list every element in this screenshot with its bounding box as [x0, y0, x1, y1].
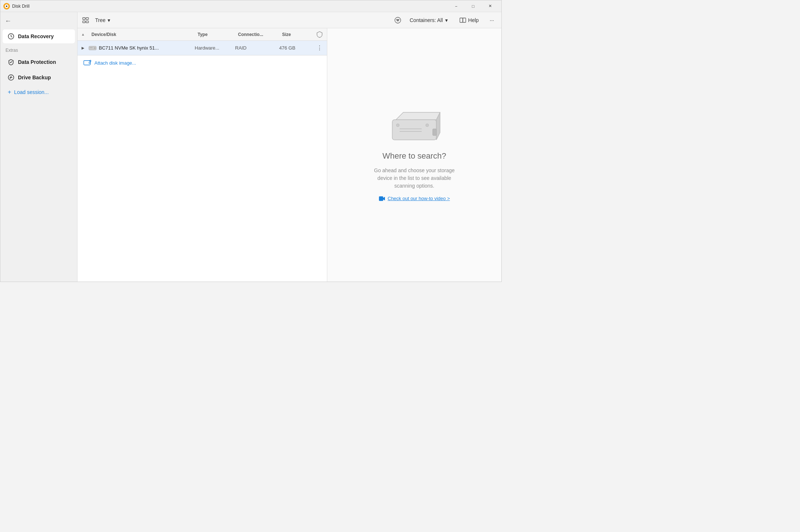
- help-label: Help: [468, 17, 479, 23]
- col-size-label: Size: [282, 32, 291, 37]
- title-bar: Disk Drill − □ ✕: [0, 0, 501, 12]
- info-title: Where to search?: [382, 151, 446, 161]
- minimize-button[interactable]: −: [448, 0, 465, 12]
- sidebar-item-label-data-recovery: Data Recovery: [18, 33, 54, 39]
- tree-label: Tree: [95, 17, 105, 23]
- help-icon: [460, 18, 466, 23]
- device-name: BC711 NVMe SK hynix 51...: [99, 45, 193, 51]
- containers-arrow-icon: ▾: [445, 17, 448, 23]
- svg-rect-20: [392, 120, 436, 140]
- row-size: 476 GB: [279, 45, 312, 51]
- row-type: Hardware...: [195, 45, 235, 51]
- how-to-video-label: Check out our how-to video >: [388, 196, 450, 201]
- col-header-protect: [312, 31, 327, 38]
- toolbar: Tree ▾ Containers: All ▾: [78, 12, 501, 28]
- col-header-connection[interactable]: Connectio...: [235, 32, 279, 37]
- col-type-label: Type: [198, 32, 208, 37]
- containers-dropdown-button[interactable]: Containers: All ▾: [406, 16, 451, 25]
- row-expand-button[interactable]: ▶: [78, 46, 89, 50]
- back-button[interactable]: ←: [0, 15, 77, 27]
- sidebar-item-drive-backup[interactable]: Drive Backup: [3, 70, 75, 84]
- col-device-label: Device/Disk: [91, 32, 116, 37]
- row-menu-button[interactable]: ⋮: [315, 44, 324, 52]
- data-recovery-icon: [8, 33, 14, 40]
- expand-col-header: ▲: [78, 32, 89, 36]
- tree-dropdown-button[interactable]: Tree ▾: [91, 16, 114, 25]
- row-actions: ⋮: [312, 44, 327, 52]
- sort-up-icon: ▲: [81, 32, 85, 36]
- svg-point-14: [94, 47, 96, 49]
- sidebar-item-label-data-protection: Data Protection: [18, 59, 56, 65]
- col-header-type[interactable]: Type: [195, 32, 235, 37]
- table-body: ▶ BC711 NVMe SK hynix 51: [78, 41, 327, 282]
- svg-rect-26: [379, 196, 383, 201]
- svg-rect-21: [433, 129, 436, 135]
- drive-backup-icon: [8, 74, 14, 81]
- info-panel: Where to search? Go ahead and choose you…: [327, 28, 501, 282]
- filter-icon: [394, 17, 401, 24]
- table-row[interactable]: ▶ BC711 NVMe SK hynix 51: [78, 41, 327, 55]
- table-header: ▲ Device/Disk Type Connectio... Size: [78, 28, 327, 41]
- content-area: ▲ Device/Disk Type Connectio... Size: [78, 28, 501, 282]
- back-arrow-icon: ←: [5, 17, 11, 25]
- extras-label: Extras: [0, 44, 77, 54]
- app-title: Disk Drill: [12, 4, 29, 9]
- app-body: ← Data Recovery Extras Data Protection: [0, 12, 501, 282]
- maximize-button[interactable]: □: [465, 0, 482, 12]
- col-connection-label: Connectio...: [238, 32, 263, 37]
- toolbar-right: Containers: All ▾ Help ···: [394, 16, 497, 25]
- expand-arrow-icon: ▶: [82, 46, 84, 50]
- row-connection: RAID: [235, 45, 279, 51]
- hdd-illustration: [385, 109, 444, 145]
- device-icon: [89, 45, 97, 51]
- svg-rect-6: [86, 18, 89, 19]
- title-bar-controls: − □ ✕: [448, 0, 498, 12]
- load-session-label: Load session...: [14, 89, 48, 95]
- svg-rect-5: [83, 18, 85, 19]
- svg-point-2: [6, 6, 7, 7]
- table-area: ▲ Device/Disk Type Connectio... Size: [78, 28, 327, 282]
- svg-rect-10: [460, 18, 463, 22]
- svg-rect-7: [83, 21, 85, 23]
- attach-label: Attach disk image...: [94, 60, 136, 66]
- load-session-button[interactable]: + Load session...: [3, 86, 75, 98]
- video-icon: [379, 196, 385, 201]
- shield-icon: [8, 59, 14, 65]
- sidebar-item-data-protection[interactable]: Data Protection: [3, 55, 75, 69]
- svg-rect-8: [86, 21, 89, 23]
- sidebar: ← Data Recovery Extras Data Protection: [0, 12, 78, 282]
- attach-disk-image-button[interactable]: Attach disk image...: [78, 55, 327, 70]
- tree-dropdown-arrow-icon: ▾: [108, 17, 110, 23]
- info-description: Go ahead and choose your storage device …: [370, 167, 458, 190]
- sidebar-item-data-recovery[interactable]: Data Recovery: [3, 29, 75, 43]
- toolbar-left: Tree ▾: [82, 16, 114, 25]
- svg-rect-16: [84, 61, 90, 65]
- app-icon: [3, 3, 10, 10]
- svg-rect-15: [90, 47, 93, 48]
- plus-icon: +: [8, 89, 11, 95]
- close-button[interactable]: ✕: [482, 0, 498, 12]
- shield-col-icon: [317, 31, 322, 38]
- title-bar-left: Disk Drill: [3, 3, 29, 10]
- sidebar-item-label-drive-backup: Drive Backup: [18, 75, 51, 80]
- svg-point-24: [396, 124, 399, 127]
- col-header-size[interactable]: Size: [279, 32, 312, 37]
- attach-disk-icon: [83, 60, 91, 66]
- more-options-button[interactable]: ···: [487, 16, 497, 25]
- tree-view-icon: [82, 17, 89, 24]
- svg-point-25: [426, 124, 429, 127]
- col-header-device[interactable]: Device/Disk: [89, 32, 195, 37]
- how-to-video-link[interactable]: Check out our how-to video >: [379, 196, 450, 201]
- help-button[interactable]: Help: [456, 16, 483, 25]
- svg-rect-11: [463, 18, 466, 22]
- containers-label: Containers: All: [410, 17, 443, 23]
- right-panel: Tree ▾ Containers: All ▾: [78, 12, 501, 282]
